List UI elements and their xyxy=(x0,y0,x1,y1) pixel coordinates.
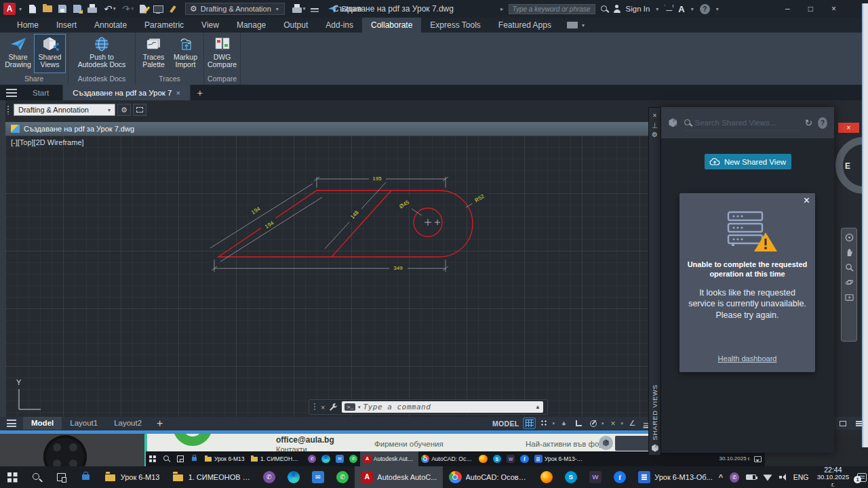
taskbar-item[interactable] xyxy=(330,466,355,488)
open-folder-icon[interactable]: ▾ xyxy=(40,1,55,16)
save-as-icon[interactable]: ▾ xyxy=(70,1,85,16)
taskbar-item[interactable]: Урок 6-М13 xyxy=(98,466,166,488)
ribbon-tab[interactable]: Insert xyxy=(47,18,85,33)
minimize-button[interactable]: – xyxy=(785,4,790,14)
taskbar-item[interactable]: Autodesk AutoC... xyxy=(355,466,443,488)
layout-tab[interactable]: Layout1 xyxy=(62,417,106,430)
zoom-icon[interactable] xyxy=(845,263,854,272)
share-drawing-button[interactable]: Share Drawing xyxy=(2,34,34,73)
plot-icon[interactable]: ▾ xyxy=(85,1,100,16)
redo-icon[interactable]: ▾ xyxy=(118,1,136,16)
snap-toggle[interactable] xyxy=(538,418,550,428)
panel-label[interactable]: Autodesk Docs xyxy=(68,73,135,85)
ribbon-tab[interactable]: Featured Apps xyxy=(490,18,560,33)
clean-screen-button[interactable] xyxy=(837,418,848,428)
isometric-drafting-toggle[interactable]: × xyxy=(607,418,618,428)
close-icon[interactable]: × xyxy=(321,403,325,411)
object-snap-tracking-toggle[interactable]: ∠ xyxy=(627,418,638,428)
orbit-icon[interactable] xyxy=(845,278,854,287)
ribbon-tab[interactable]: Add-ins xyxy=(317,18,362,33)
taskbar-item[interactable] xyxy=(0,466,24,488)
traces-palette-button[interactable]: Traces Palette xyxy=(138,34,170,73)
layout-tab[interactable]: Model xyxy=(23,417,62,430)
taskbar-item[interactable] xyxy=(608,466,632,488)
viewcube[interactable]: E xyxy=(833,136,863,200)
dropdown-icon[interactable]: ▾ xyxy=(113,6,116,12)
health-dashboard-link[interactable]: Health dashboard xyxy=(679,354,815,363)
command-prompt-icon[interactable]: >_ xyxy=(344,403,355,411)
taskbar-item[interactable] xyxy=(306,466,330,488)
gear-icon[interactable]: ⚙ xyxy=(117,104,131,116)
ribbon-tab[interactable]: Manage xyxy=(228,18,275,33)
ribbon-tab[interactable]: Home xyxy=(8,18,47,33)
drag-grip-icon[interactable] xyxy=(313,403,317,411)
wrench-icon[interactable] xyxy=(329,403,338,411)
pan-hand-icon[interactable] xyxy=(845,248,854,257)
ribbon-tab[interactable]: Parametric xyxy=(136,18,193,33)
keyword-search-input[interactable] xyxy=(509,4,595,14)
panel-label[interactable]: Traces xyxy=(136,73,203,85)
shared-views-search-input[interactable] xyxy=(695,119,800,127)
panel-label[interactable]: Share xyxy=(0,73,68,85)
close-tab-icon[interactable]: × xyxy=(176,89,180,97)
hidden-icons-chevron[interactable]: ^ xyxy=(719,473,723,481)
trainings-link[interactable]: Фирмени обучения xyxy=(374,440,443,448)
wifi-icon[interactable] xyxy=(763,474,772,481)
help-icon[interactable]: ? xyxy=(818,117,827,129)
model-space-badge[interactable]: MODEL xyxy=(492,420,519,428)
layout-tabs-icon[interactable]: ▾ xyxy=(151,1,165,16)
document-window-title-bar[interactable]: Създаване на pdf за Урок 7.dwg xyxy=(5,122,648,136)
workspace-dropdown[interactable]: Drafting & Annotation▾ xyxy=(14,104,115,116)
taskbar-item[interactable]: 1. СИМЕОНОВ В... xyxy=(165,466,256,488)
close-button[interactable]: × xyxy=(831,4,836,14)
layout-menu-icon[interactable] xyxy=(0,417,23,430)
show-motion-icon[interactable] xyxy=(845,293,854,302)
save-icon[interactable]: ▾ xyxy=(55,1,70,16)
cad-drawing[interactable]: 195 349 194 194 148 Ø45 R52 xyxy=(197,168,495,283)
close-icon[interactable]: × xyxy=(653,111,657,121)
maximize-button[interactable]: □ xyxy=(808,4,813,14)
ribbon-tab[interactable]: Express Tools xyxy=(421,18,489,33)
autodesk-app-icon[interactable]: A xyxy=(678,4,684,14)
ribbon-tab[interactable]: Annotate xyxy=(85,18,136,33)
chevron-down-icon[interactable]: ▾ xyxy=(620,421,623,426)
batch-plot-icon[interactable]: ▾ xyxy=(136,1,151,16)
expand-icon[interactable]: ▲ xyxy=(535,404,540,410)
command-line[interactable]: × >_ ▾ Type a command ▲ xyxy=(309,399,548,415)
help-dropdown-icon[interactable]: ▾ xyxy=(715,6,720,12)
panel-label[interactable]: Compare xyxy=(204,73,240,85)
email-text[interactable]: office@aula.bg xyxy=(276,435,334,445)
file-tab[interactable]: Създаване на pdf за Урок 7× xyxy=(63,85,191,100)
ribbon-tab[interactable]: Output xyxy=(275,18,317,33)
taskbar-item[interactable]: Урок 6-М13-Об... xyxy=(632,466,719,488)
markup-import-button[interactable]: Markup Import xyxy=(170,34,201,73)
chevron-down-icon[interactable]: ▾ xyxy=(358,405,361,410)
layout-tab[interactable]: Layout2 xyxy=(106,417,150,430)
ribbon-tab[interactable]: Collaborate xyxy=(362,18,421,33)
match-properties-icon[interactable]: ▾ xyxy=(165,1,180,16)
help-icon[interactable]: ? xyxy=(700,4,710,14)
action-center-icon[interactable]: 1 xyxy=(857,473,867,482)
taskbar-item[interactable] xyxy=(73,466,98,488)
taskbar-item[interactable] xyxy=(559,466,583,488)
command-input[interactable]: >_ ▾ Type a command ▲ xyxy=(342,401,543,413)
polar-tracking-toggle[interactable] xyxy=(588,418,599,428)
contacts-link[interactable]: Контакти xyxy=(276,445,307,451)
file-tab-menu-icon[interactable] xyxy=(0,85,23,100)
language-indicator[interactable]: ENG xyxy=(793,473,809,481)
taskbar-item[interactable] xyxy=(24,466,49,488)
dropdown-icon[interactable]: ▾ xyxy=(132,6,134,12)
ribbon-options-button[interactable]: ▾ xyxy=(560,18,593,33)
shared-views-button[interactable]: Shared Views xyxy=(34,34,66,73)
taskbar-item[interactable]: AutoCAD: Осови... xyxy=(443,466,534,488)
ortho-toggle[interactable] xyxy=(573,418,585,428)
grid-toggle[interactable] xyxy=(524,418,535,428)
autocad-logo-icon[interactable]: A xyxy=(3,3,16,15)
taskbar-item[interactable] xyxy=(281,466,306,488)
palette-search[interactable] xyxy=(684,115,800,131)
taskbar-item[interactable] xyxy=(49,466,73,488)
app-store-cart-icon[interactable] xyxy=(665,5,673,11)
chevron-down-icon[interactable]: ▾ xyxy=(601,421,604,426)
new-shared-view-button[interactable]: New Shared View xyxy=(705,154,791,169)
file-tab[interactable]: Start xyxy=(23,85,63,100)
